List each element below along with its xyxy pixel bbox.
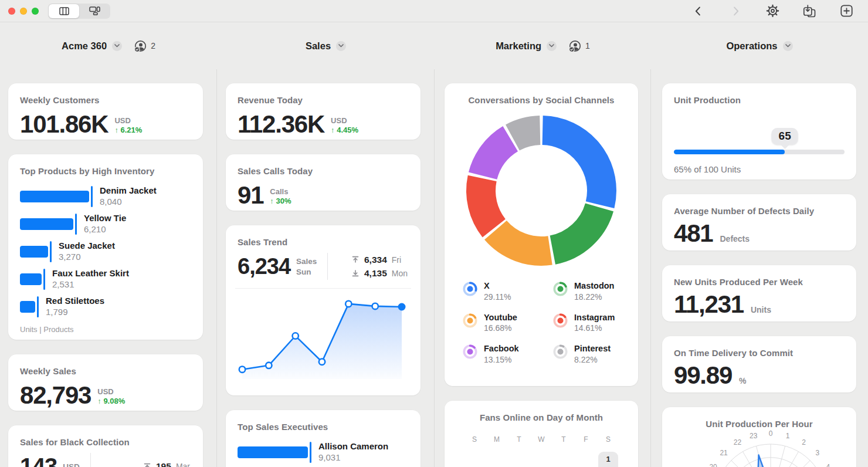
columns-view-button[interactable]	[49, 4, 79, 18]
card-social-channels[interactable]: Conversations by Social Channels X29.11%…	[445, 83, 638, 386]
card-on-time-delivery[interactable]: On Time Delivery to Commit 99.89 %	[662, 336, 856, 392]
legend-item-x[interactable]: X29.11%	[462, 281, 550, 302]
view-switcher	[48, 4, 110, 19]
card-title: Average Number of Defects Daily	[674, 206, 845, 216]
kpi-value: 99.89	[674, 361, 732, 390]
donut-segment-instagram[interactable]	[481, 178, 494, 228]
import-button[interactable]	[802, 4, 817, 19]
legend-item-instagram[interactable]: Instagram14.61%	[552, 313, 640, 333]
card-revenue-today[interactable]: Revenue Today 112.36K USD ↑ 4.45%	[226, 83, 421, 140]
forward-button[interactable]	[728, 4, 743, 19]
card-weekly-customers[interactable]: Weekly Customers 101.86K USD ↑ 6.21%	[8, 83, 203, 140]
chevron-right-icon	[729, 5, 742, 18]
board-members[interactable]: 1	[569, 40, 590, 52]
card-top-executives[interactable]: Top Sales Executives Allison Cameron9,03…	[226, 410, 421, 467]
card-unit-production[interactable]: Unit Production 65 65% of 100 Units	[662, 83, 856, 180]
board-menu-button[interactable]	[336, 41, 346, 51]
radar-hour-label: 3	[816, 449, 820, 457]
card-fans-online[interactable]: Fans Online on Day of Month SMTWTFS1	[445, 401, 638, 467]
legend-item-youtube[interactable]: Youtube16.68%	[462, 313, 550, 333]
weekday-label: T	[508, 435, 530, 444]
zoom-window-button[interactable]	[32, 8, 39, 15]
settings-button[interactable]	[765, 4, 780, 19]
card-defects-daily[interactable]: Average Number of Defects Daily 481 Defe…	[662, 194, 856, 251]
board-header-cell: Acme 3602	[0, 22, 217, 69]
legend-text: Mastodon18.22%	[574, 281, 614, 302]
card-sales-trend[interactable]: Sales Trend 6,234 Sales Sun 6,	[226, 225, 421, 395]
radar-hour-label: 2	[802, 438, 806, 446]
max-icon	[144, 463, 151, 467]
legend-label: Youtube	[484, 313, 517, 323]
legend-text: X29.11%	[484, 281, 511, 302]
donut-segment-x[interactable]	[542, 130, 602, 205]
add-button[interactable]	[839, 4, 854, 19]
bar-value: 6,210	[84, 224, 126, 235]
bar-value: 9,031	[318, 452, 388, 463]
kpi-unit: Defects	[720, 234, 750, 243]
calendar-day-cell[interactable]: 1	[598, 452, 618, 467]
max-period: Mar	[176, 462, 190, 467]
chart-footer: Units | Products	[20, 325, 191, 334]
legend-label: X	[484, 281, 511, 291]
radar-hour-label: 0	[769, 429, 773, 438]
donut-segment-pinterest[interactable]	[513, 130, 540, 137]
donut-chart-social	[456, 112, 626, 269]
card-title: Top Products by High Inventory	[20, 166, 191, 176]
donut-segment-youtube[interactable]	[496, 230, 550, 251]
app-window: Acme 3602SalesMarketing1Operations Weekl…	[0, 0, 868, 467]
board-members[interactable]: 2	[134, 40, 155, 52]
radar-hour-label: 1	[786, 432, 790, 440]
bar-fill	[20, 191, 89, 202]
kpi-value: 91	[238, 181, 263, 209]
minimize-window-button[interactable]	[20, 8, 27, 15]
board-menu-button[interactable]	[112, 41, 122, 51]
progress-track	[674, 150, 845, 154]
legend-text: Facbook13.15%	[484, 344, 519, 364]
legend-item-pinterest[interactable]: Pinterest8.22%	[552, 344, 640, 364]
card-title: Revenue Today	[238, 95, 409, 105]
donut-segment-facbook[interactable]	[483, 139, 510, 176]
chevron-left-icon	[692, 5, 705, 18]
kpi-value: 112.36K	[238, 110, 324, 138]
chevron-down-icon	[785, 44, 791, 48]
legend-percent: 14.61%	[574, 323, 615, 333]
card-title: Sales Trend	[238, 237, 409, 247]
progress-tooltip: 65	[772, 128, 798, 145]
column-operations: Unit Production 65 65% of 100 Units Aver…	[651, 69, 868, 467]
card-top-products[interactable]: Top Products by High Inventory Denim Jac…	[8, 154, 203, 340]
donut-legend: X29.11%Mastodon18.22%Youtube16.68%Instag…	[462, 281, 626, 364]
card-sales-calls[interactable]: Sales Calls Today 91 Calls ↑ 30%	[226, 154, 421, 211]
board-menu-button[interactable]	[783, 41, 793, 51]
column-sales: Revenue Today 112.36K USD ↑ 4.45% Sales …	[217, 69, 435, 467]
bar-chart-top-executives: Allison Cameron9,031Gregory House	[238, 441, 409, 467]
sales-trend-svg	[238, 292, 409, 381]
kpi-unit: %	[739, 376, 746, 385]
card-weekly-sales[interactable]: Weekly Sales 82,793 USD ↑ 9.08%	[8, 354, 203, 411]
bar-value: 8,040	[100, 197, 157, 208]
board-menu-button[interactable]	[547, 41, 557, 51]
donut-svg	[463, 112, 620, 269]
person-check-icon	[134, 40, 147, 52]
board-header-cell: Marketing1	[435, 22, 651, 69]
bar-text: Suede Jacket3,270	[59, 241, 115, 263]
min-period: Mon	[392, 269, 408, 278]
close-window-button[interactable]	[8, 8, 15, 15]
legend-item-facbook[interactable]: Facbook13.15%	[462, 344, 550, 364]
weekday-label: S	[597, 435, 619, 444]
donut-segment-mastodon[interactable]	[552, 207, 599, 250]
member-count: 1	[585, 41, 590, 50]
legend-item-mastodon[interactable]: Mastodon18.22%	[552, 281, 640, 302]
min-icon	[352, 269, 360, 277]
divider	[327, 253, 328, 280]
grid-view-button[interactable]	[79, 4, 110, 18]
legend-ring-icon	[462, 344, 478, 360]
card-new-units-week[interactable]: New Units Produced Per Week 11,231 Units	[662, 265, 856, 322]
card-unit-production-hour[interactable]: Unit Production Per Hour 012345678910111…	[662, 407, 856, 467]
back-button[interactable]	[691, 4, 706, 19]
card-black-collection[interactable]: Sales for Black Collection 143 USD 195	[8, 425, 203, 467]
legend-label: Mastodon	[574, 281, 614, 291]
toolbar	[0, 0, 868, 22]
bar-cap	[91, 186, 93, 207]
bar-group	[20, 241, 52, 263]
divider	[235, 288, 411, 289]
